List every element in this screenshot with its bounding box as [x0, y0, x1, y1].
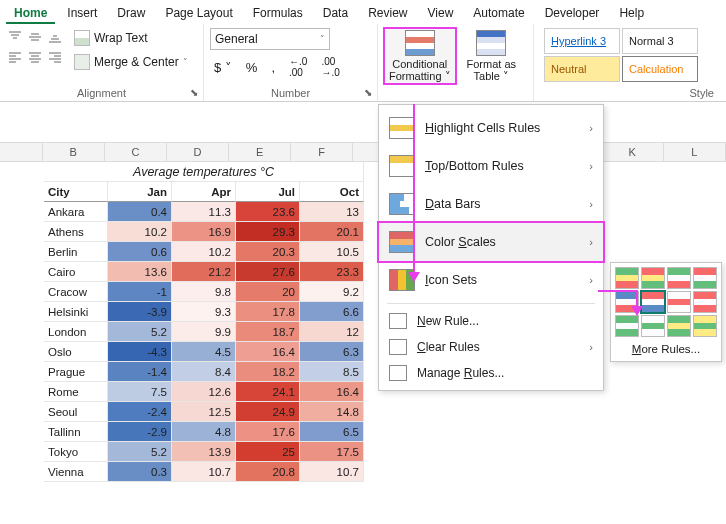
color-scale-option[interactable] [615, 315, 639, 337]
align-top-icon[interactable] [6, 28, 24, 46]
align-bottom-icon[interactable] [46, 28, 64, 46]
color-scale-option[interactable] [667, 315, 691, 337]
tab-draw[interactable]: Draw [109, 4, 153, 24]
comma-format-button[interactable]: , [267, 58, 279, 77]
city-cell[interactable]: Cairo [44, 262, 108, 282]
data-cell[interactable]: 16.9 [172, 222, 236, 242]
data-cell[interactable]: -3.9 [108, 302, 172, 322]
tab-developer[interactable]: Developer [537, 4, 608, 24]
city-cell[interactable]: Seoul [44, 402, 108, 422]
color-scales-more-rules[interactable]: More Rules... [615, 337, 717, 357]
data-cell[interactable]: 10.7 [172, 462, 236, 482]
data-cell[interactable]: 10.2 [172, 242, 236, 262]
percent-format-button[interactable]: % [242, 58, 262, 77]
data-cell[interactable]: 13.9 [172, 442, 236, 462]
data-cell[interactable]: -2.4 [108, 402, 172, 422]
data-cell[interactable]: 8.5 [300, 362, 364, 382]
style-normal[interactable]: Normal 3 [622, 28, 698, 54]
data-cell[interactable]: -1.4 [108, 362, 172, 382]
data-cell[interactable]: 9.9 [172, 322, 236, 342]
data-cell[interactable]: 16.4 [300, 382, 364, 402]
city-cell[interactable]: Tallinn [44, 422, 108, 442]
col-header-C[interactable]: C [105, 143, 167, 161]
data-cell[interactable]: 0.4 [108, 202, 172, 222]
select-all[interactable] [0, 143, 43, 161]
merge-center-button[interactable]: Merge & Center ˅ [70, 52, 192, 72]
color-scale-option[interactable] [641, 291, 665, 313]
data-cell[interactable]: -2.9 [108, 422, 172, 442]
data-cell[interactable]: 27.6 [236, 262, 300, 282]
tab-formulas[interactable]: Formulas [245, 4, 311, 24]
city-cell[interactable]: London [44, 322, 108, 342]
alignment-dialog-launcher[interactable]: ⬊ [187, 85, 201, 99]
color-scale-option[interactable] [693, 315, 717, 337]
cf-clear-rules[interactable]: Clear Rules› [379, 334, 603, 360]
data-cell[interactable]: 4.8 [172, 422, 236, 442]
cf-manage-rules[interactable]: Manage Rules... [379, 360, 603, 386]
data-cell[interactable]: 12.6 [172, 382, 236, 402]
data-cell[interactable]: 17.5 [300, 442, 364, 462]
data-cell[interactable]: 12 [300, 322, 364, 342]
city-cell[interactable]: Athens [44, 222, 108, 242]
col-header-D[interactable]: D [167, 143, 229, 161]
data-cell[interactable]: 21.2 [172, 262, 236, 282]
align-center-icon[interactable] [26, 48, 44, 66]
align-middle-icon[interactable] [26, 28, 44, 46]
data-cell[interactable]: 18.2 [236, 362, 300, 382]
data-cell[interactable]: 5.2 [108, 322, 172, 342]
data-cell[interactable]: 20.3 [236, 242, 300, 262]
accounting-format-button[interactable]: $ ˅ [210, 58, 236, 77]
data-cell[interactable]: 11.3 [172, 202, 236, 222]
style-calculation[interactable]: Calculation [622, 56, 698, 82]
data-cell[interactable]: 24.1 [236, 382, 300, 402]
col-header-B[interactable]: B [43, 143, 105, 161]
data-cell[interactable]: 6.3 [300, 342, 364, 362]
tab-review[interactable]: Review [360, 4, 415, 24]
city-cell[interactable]: Cracow [44, 282, 108, 302]
col-header-K[interactable]: K [602, 143, 664, 161]
data-cell[interactable]: 13 [300, 202, 364, 222]
style-hyperlink[interactable]: Hyperlink 3 [544, 28, 620, 54]
cf-color-scales[interactable]: Color Scales › [378, 222, 604, 262]
wrap-text-button[interactable]: Wrap Text [70, 28, 192, 48]
conditional-formatting-button[interactable]: ConditionalFormatting ˅ [384, 28, 456, 84]
number-format-dropdown[interactable]: General˅ [210, 28, 330, 50]
color-scale-option[interactable] [667, 291, 691, 313]
number-dialog-launcher[interactable]: ⬊ [361, 85, 375, 99]
color-scale-option[interactable] [667, 267, 691, 289]
city-cell[interactable]: Tokyo [44, 442, 108, 462]
color-scale-option[interactable] [615, 267, 639, 289]
data-cell[interactable]: 25 [236, 442, 300, 462]
data-cell[interactable]: 7.5 [108, 382, 172, 402]
format-as-table-button[interactable]: Format asTable ˅ [456, 28, 528, 84]
city-cell[interactable]: Helsinki [44, 302, 108, 322]
tab-view[interactable]: View [420, 4, 462, 24]
tab-data[interactable]: Data [315, 4, 356, 24]
tab-automate[interactable]: Automate [465, 4, 532, 24]
data-cell[interactable]: 16.4 [236, 342, 300, 362]
tab-insert[interactable]: Insert [59, 4, 105, 24]
data-cell[interactable]: 9.8 [172, 282, 236, 302]
data-cell[interactable]: 9.3 [172, 302, 236, 322]
data-cell[interactable]: 17.8 [236, 302, 300, 322]
city-cell[interactable]: Prague [44, 362, 108, 382]
city-cell[interactable]: Ankara [44, 202, 108, 222]
data-cell[interactable]: 10.5 [300, 242, 364, 262]
data-cell[interactable]: 14.8 [300, 402, 364, 422]
data-cell[interactable]: -1 [108, 282, 172, 302]
color-scale-option[interactable] [641, 267, 665, 289]
data-cell[interactable]: 23.3 [300, 262, 364, 282]
data-cell[interactable]: 12.5 [172, 402, 236, 422]
color-scale-option[interactable] [641, 315, 665, 337]
style-neutral[interactable]: Neutral [544, 56, 620, 82]
data-cell[interactable]: 0.6 [108, 242, 172, 262]
data-cell[interactable]: 6.5 [300, 422, 364, 442]
data-cell[interactable]: 5.2 [108, 442, 172, 462]
data-cell[interactable]: 8.4 [172, 362, 236, 382]
data-cell[interactable]: 24.9 [236, 402, 300, 422]
city-cell[interactable]: Rome [44, 382, 108, 402]
data-cell[interactable]: 6.6 [300, 302, 364, 322]
data-cell[interactable]: 0.3 [108, 462, 172, 482]
data-cell[interactable]: 18.7 [236, 322, 300, 342]
data-cell[interactable]: 10.2 [108, 222, 172, 242]
